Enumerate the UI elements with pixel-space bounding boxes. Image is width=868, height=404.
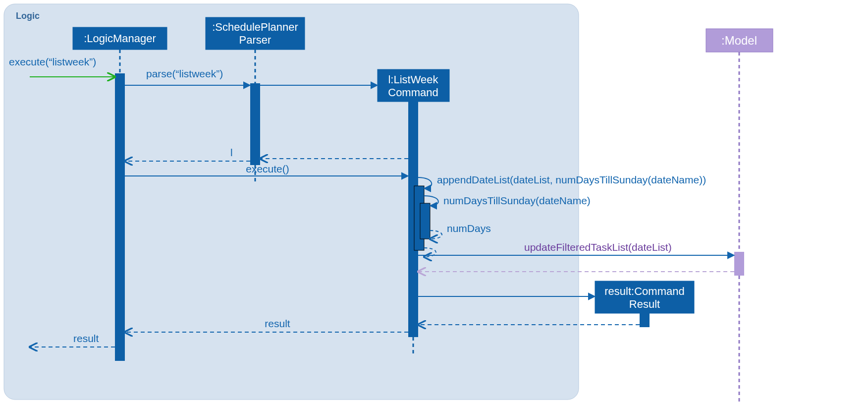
lifeline-result-label1: result:Command <box>604 285 684 297</box>
lifeline-listweek-label1: l:ListWeek <box>388 73 438 86</box>
msg-appenddatelist-label: appendDateList(dateList, numDaysTillSund… <box>437 174 706 185</box>
msg-return-l-label: l <box>230 147 233 158</box>
lifeline-logicmanager-label: :LogicManager <box>84 32 156 45</box>
lifeline-result-label2: Result <box>629 298 660 310</box>
msg-numdays-label: numDays <box>447 223 491 234</box>
lifeline-parser-label2: Parser <box>239 34 271 46</box>
activation-logicmanager <box>115 73 125 361</box>
lifeline-parser-label1: :SchedulePlanner <box>212 21 298 33</box>
activation-parser <box>250 83 260 165</box>
msg-numdaystill-label: numDaysTillSunday(dateName) <box>443 195 591 206</box>
msg-updatefiltered-label: updateFilteredTaskList(dateList) <box>524 241 672 253</box>
msg-execute-label: execute() <box>246 163 289 174</box>
lifeline-model-label: :Model <box>721 34 757 47</box>
lifeline-listweek-label2: Command <box>388 86 438 99</box>
msg-parse-label: parse(“listweek”) <box>146 68 223 79</box>
activation-listweek-self2 <box>420 203 430 239</box>
frame-label: Logic <box>16 11 40 21</box>
msg-execute-listweek-label: execute(“listweek”) <box>9 56 96 67</box>
msg-result-label: result <box>265 318 290 329</box>
msg-result-out-label: result <box>73 333 99 344</box>
activation-result <box>640 313 650 327</box>
activation-model <box>734 252 744 276</box>
sequence-diagram: Logic :LogicManager :SchedulePlanner Par… <box>0 0 868 404</box>
